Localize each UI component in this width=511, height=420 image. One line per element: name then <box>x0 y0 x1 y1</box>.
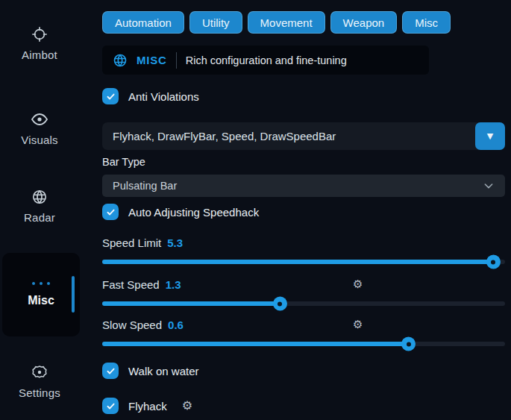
sidebar-item-label: Settings <box>19 386 60 399</box>
sidebar-item-label: Aimbot <box>22 48 57 61</box>
walk-on-water-checkbox[interactable] <box>102 363 119 379</box>
anti-violations-checkbox[interactable] <box>102 88 119 104</box>
sidebar-item-radar[interactable]: Radar <box>0 188 79 224</box>
slider-handle[interactable] <box>486 255 501 269</box>
slider-fill <box>102 342 408 346</box>
sidebar-item-label: Visuals <box>21 134 57 146</box>
bar-type-select[interactable]: Pulsating Bar <box>102 175 505 197</box>
slider-fill <box>102 260 493 264</box>
flyhack-row: Flyhack ⚙ <box>102 398 505 414</box>
chevron-down-icon <box>483 180 495 192</box>
slider-track <box>102 260 505 264</box>
checkbox-label: Flyhack <box>128 400 167 413</box>
section-banner: MISC Rich configuration and fine-tuning <box>102 46 429 75</box>
triangle-down-icon: ▼ <box>487 131 493 141</box>
tab-automation[interactable]: Automation <box>102 11 184 34</box>
speed-limit-group: Speed Limit 5.3 <box>102 236 505 269</box>
category-tabs: Automation Utility Movement Weapon Misc <box>102 11 505 34</box>
fast-speed-config-button[interactable]: ⚙ <box>353 278 363 291</box>
ellipsis-icon <box>32 282 50 285</box>
globe-icon <box>113 53 128 68</box>
eye-icon <box>31 110 48 128</box>
slider-handle[interactable] <box>401 337 416 351</box>
flyhack-checkbox[interactable] <box>102 398 119 414</box>
slow-speed-config-button[interactable]: ⚙ <box>353 318 363 331</box>
slider-label: Fast Speed <box>102 278 160 291</box>
speed-limit-slider[interactable] <box>102 254 505 269</box>
sidebar-item-misc-selected[interactable]: Misc <box>2 253 80 336</box>
anti-violations-row: Anti Violations <box>102 88 505 104</box>
slider-label: Speed Limit <box>102 236 161 249</box>
auto-adjusting-checkbox[interactable] <box>102 204 119 220</box>
checkbox-label: Auto Adjusting Speedhack <box>128 206 259 219</box>
sidebar-item-visuals[interactable]: Visuals <box>0 110 79 146</box>
gear-icon: ⚙ <box>353 278 363 291</box>
multiselect-dropdown-button[interactable]: ▼ <box>475 122 505 150</box>
slider-track <box>102 301 505 306</box>
slow-speed-group: Slow Speed 0.6 ⚙ <box>102 318 505 351</box>
flyhack-config-button[interactable]: ⚙ <box>182 400 192 412</box>
sidebar-item-aimbot[interactable]: Aimbot <box>0 25 79 61</box>
slider-fill <box>102 301 280 306</box>
sidebar-item-settings[interactable]: Settings <box>0 363 79 399</box>
crosshair-icon <box>31 25 48 43</box>
fast-speed-group: Fast Speed 1.3 ⚙ <box>102 278 505 311</box>
slider-value: 0.6 <box>168 319 184 331</box>
walk-on-water-row: Walk on water <box>102 363 505 379</box>
divider <box>176 52 177 69</box>
slider-value: 1.3 <box>166 278 181 291</box>
tab-utility[interactable]: Utility <box>189 11 242 34</box>
gear-icon: ⚙ <box>353 318 363 331</box>
tab-misc[interactable]: Misc <box>402 11 451 34</box>
gear-icon <box>31 363 48 381</box>
checkbox-label: Walk on water <box>128 365 198 377</box>
slider-handle[interactable] <box>273 297 287 311</box>
bar-type-label: Bar Type <box>102 156 505 168</box>
sidebar: Aimbot Visuals Radar Misc <box>0 0 98 420</box>
select-value: Pulsating Bar <box>113 180 483 192</box>
sidebar-item-label: Radar <box>24 211 55 224</box>
section-subtitle: Rich configuration and fine-tuning <box>186 54 347 66</box>
tab-movement[interactable]: Movement <box>248 11 325 34</box>
section-title: MISC <box>137 54 167 66</box>
slider-track <box>102 342 505 346</box>
auto-adjusting-row: Auto Adjusting Speedhack <box>102 204 505 220</box>
checkbox-label: Anti Violations <box>128 90 199 103</box>
misc-panel: Automation Utility Movement Weapon Misc … <box>102 0 505 420</box>
multiselect-value: Flyhack, DrawFlyBar, Speed, DrawSpeedBar <box>102 130 336 142</box>
globe-icon <box>31 188 48 206</box>
tab-weapon[interactable]: Weapon <box>330 11 398 34</box>
sidebar-item-label: Misc <box>28 294 54 307</box>
slow-speed-slider[interactable] <box>102 336 505 351</box>
fast-speed-slider[interactable] <box>102 296 505 311</box>
slider-value: 5.3 <box>167 236 183 249</box>
bar-flags-multiselect[interactable]: Flyhack, DrawFlyBar, Speed, DrawSpeedBar… <box>102 122 505 150</box>
slider-label: Slow Speed <box>102 319 162 331</box>
active-indicator-bar <box>72 276 75 313</box>
